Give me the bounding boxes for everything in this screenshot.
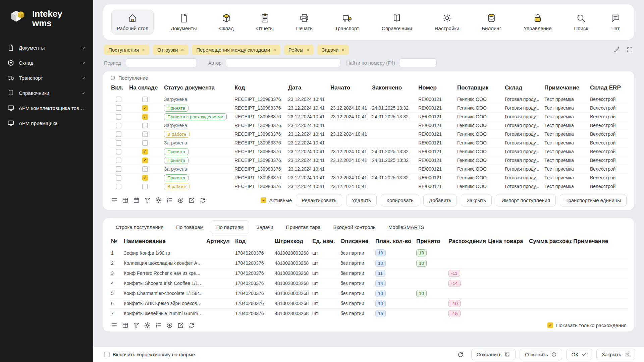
row-select-checkbox[interactable] [116,105,121,111]
detail-row[interactable]: 1Зефир Конфа 1/90 гр17040200376481002800… [109,248,628,258]
row-select-checkbox[interactable] [116,166,121,172]
cancel-button[interactable]: Отменить [520,349,562,360]
save-button[interactable]: Сохранить [471,349,516,360]
chip-close-icon[interactable]: × [341,47,344,53]
copy-button[interactable]: Копировать [381,194,419,206]
receipt-row[interactable]: ЗагруженаRECEIPT_13098337623.12.2024 10:… [109,138,628,147]
detail-row[interactable]: 4Конфеты Shooers Irish Cooffee 1/150г170… [109,278,628,288]
topnav-item-documents[interactable]: Документы [165,10,202,35]
topnav-item-chat[interactable]: Чат [605,10,626,35]
sidebar-item-references[interactable]: Справочники [0,85,93,101]
refresh-button[interactable] [457,351,464,358]
grid-icon[interactable] [122,197,129,204]
filter-icon[interactable] [133,322,140,329]
external-icon[interactable] [177,322,184,329]
row-onstock-checkbox[interactable] [142,140,148,146]
receipt-row[interactable]: ✓ПринятаRECEIPT_13098337623.12.2024 10:4… [109,156,628,165]
list-icon[interactable] [111,197,118,204]
row-select-checkbox[interactable] [116,158,121,163]
edit-button[interactable]: Редактировать [296,194,342,206]
chip-close-icon[interactable]: × [142,47,145,53]
row-onstock-checkbox[interactable]: ✓ [142,105,148,111]
row-onstock-checkbox[interactable]: ✓ [142,158,148,163]
receipt-row[interactable]: ЗагруженаRECEIPT_13098337623.12.2024 10:… [109,95,628,104]
close-button[interactable]: Закрыть [461,194,492,206]
transport-units-button[interactable]: Транспортные единицы [560,194,627,206]
sidebar-item-arm-picker[interactable]: АРМ комплектовщика товаров [0,101,93,116]
period-input[interactable] [126,58,197,67]
receipt-row[interactable]: ✓ПринятаRECEIPT_13098337623.12.2024 10:4… [109,147,628,156]
detail-row[interactable]: 2Коллекция шоколадных конфет Ава...17040… [109,258,628,268]
chip-close-icon[interactable]: × [181,47,184,53]
receipt-row[interactable]: ✓ПринятаRECEIPT_13098337623.12.2024 10:4… [109,173,628,182]
plus-circle-icon[interactable] [177,197,184,204]
tab-chip-routes[interactable]: Рейсы× [284,45,314,55]
row-onstock-checkbox[interactable]: ✓ [142,114,148,120]
receipt-row[interactable]: В работеRECEIPT_13098337623.12.2024 10:4… [109,130,628,138]
tab-tasks[interactable]: Задачи [251,220,279,234]
receipt-row[interactable]: ✓Принята с расхождениямиRECEIPT_13098337… [109,112,628,121]
sync-icon[interactable] [188,322,195,329]
collapse-icon[interactable] [110,75,116,81]
grid-icon[interactable] [122,322,129,329]
show-only-diff[interactable]: ✓ Показать только расхождения [547,322,627,328]
form-adjust[interactable]: Включить корректировку на форме [104,352,195,357]
sidebar-item-arm-receiver[interactable]: АРМ приемщика [0,116,93,131]
receipt-row[interactable]: ЗагруженаRECEIPT_13098337623.12.2024 10:… [109,165,628,173]
close-button[interactable]: Закрыть [596,349,635,360]
topnav-item-reports[interactable]: Отчеты [251,10,279,35]
topnav-item-search[interactable]: Поиск [569,10,593,35]
topnav-item-settings[interactable]: Настройки [429,10,465,35]
tab-chip-shipments[interactable]: Отгрузки× [153,45,188,55]
receipt-row[interactable]: ЗагруженаRECEIPT_13098337623.12.2024 10:… [109,121,628,130]
tab-chip-transfers[interactable]: Перемещения между складами× [192,45,280,55]
row-onstock-checkbox[interactable] [142,123,148,128]
active-filter[interactable]: ✓ Активные [261,197,292,203]
row-select-checkbox[interactable] [116,149,121,155]
gear-icon[interactable] [155,197,162,204]
gear-icon[interactable] [144,322,151,329]
tab-by-goods[interactable]: По товарам [170,220,209,234]
detail-row[interactable]: 7Конфеты желейные Yummi Gummi То...17040… [109,308,628,318]
row-select-checkbox[interactable] [116,114,121,120]
tab-by-batches[interactable]: По партиям [211,220,249,234]
list-icon[interactable] [111,322,118,329]
ok-button[interactable]: ОК [566,349,592,360]
detail-row[interactable]: 5Конф Charmantier-chocolate 1/158г...170… [109,288,628,298]
filter-icon[interactable] [144,197,151,204]
sidebar-item-warehouse[interactable]: Склад [0,55,93,70]
add-button[interactable]: Добавить [423,194,457,206]
plus-circle-icon[interactable] [166,322,173,329]
row-onstock-checkbox[interactable]: ✓ [142,175,148,181]
row-select-checkbox[interactable] [116,175,121,181]
tab-chip-receipts[interactable]: Поступления× [104,45,149,55]
tab-chip-tasks[interactable]: Задачи× [317,45,349,55]
topnav-item-transport[interactable]: Транспорт [330,10,365,35]
detail-row[interactable]: 6Конфеты АВК Кремо эйри ореховый в...170… [109,298,628,308]
topnav-item-management[interactable]: Управление [518,10,557,35]
show-only-diff-checkbox[interactable]: ✓ [547,322,553,328]
sync-icon[interactable] [199,197,206,204]
receipt-row[interactable]: В работеRECEIPT_13098337623.12.2024 10:4… [109,182,628,191]
row-onstock-checkbox[interactable] [142,131,148,137]
checklist-icon[interactable] [155,322,162,329]
topnav-item-desktop[interactable]: Рабочий стол [111,10,154,35]
external-icon[interactable] [188,197,195,204]
row-onstock-checkbox[interactable] [142,166,148,172]
row-select-checkbox[interactable] [116,184,121,189]
receipt-row[interactable]: ✓ПринятаRECEIPT_13098337623.12.2024 10:4… [109,104,628,112]
checklist-icon[interactable] [166,197,173,204]
edit-tabs-button[interactable] [613,46,620,53]
sidebar-item-transport[interactable]: Транспорт [0,70,93,85]
active-checkbox[interactable]: ✓ [261,197,266,203]
row-select-checkbox[interactable] [116,140,121,146]
row-onstock-checkbox[interactable] [142,97,148,102]
row-onstock-checkbox[interactable]: ✓ [142,149,148,155]
row-select-checkbox[interactable] [116,131,121,137]
row-select-checkbox[interactable] [116,97,121,102]
form-adjust-checkbox[interactable] [104,352,110,357]
row-select-checkbox[interactable] [116,123,121,128]
fullscreen-button[interactable] [626,46,633,53]
tab-mobilesmarts[interactable]: MobileSMARTS [383,220,430,234]
tab-receipt-line[interactable]: Строка поступления [110,220,169,234]
